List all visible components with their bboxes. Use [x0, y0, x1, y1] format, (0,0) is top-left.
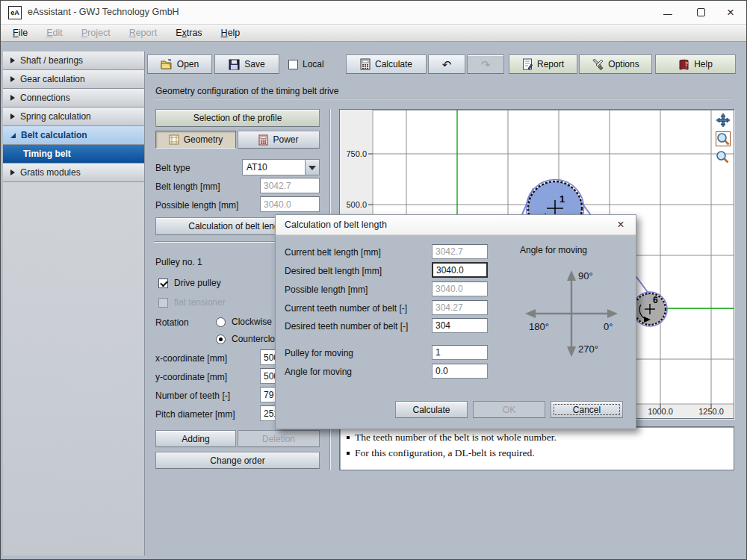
sidebar-item-gear-calculation[interactable]: Gear calculation [3, 70, 144, 89]
sidebar-item-label: Gear calculation [20, 74, 85, 84]
clockwise-row[interactable]: Clockwise [216, 317, 272, 327]
deletion-label: Deletion [262, 434, 295, 444]
sidebar-item-connections[interactable]: Connections [3, 89, 144, 108]
change-order-button[interactable]: Change order [155, 452, 320, 469]
current-teeth-number-label: Current teeth number of belt [-] [285, 303, 407, 314]
collapsed-triangle-icon [10, 95, 15, 101]
tab-geometry-label: Geometry [184, 134, 223, 145]
collapsed-triangle-icon [10, 57, 15, 63]
menu-edit[interactable]: Edit [46, 28, 63, 38]
tab-power[interactable]: Power [238, 131, 320, 149]
menu-project[interactable]: Project [81, 28, 111, 38]
drive-pulley-label: Drive pulley [174, 278, 221, 288]
minimize-icon [663, 14, 672, 15]
drive-pulley-row[interactable]: Drive pulley [158, 278, 221, 288]
sidebar-item-timing-belt[interactable]: Timing belt [3, 145, 144, 164]
belt-type-label: Belt type [155, 163, 190, 173]
report-icon [522, 58, 533, 70]
tab-geometry[interactable]: Geometry [155, 131, 236, 149]
dialog-ok-label: OK [503, 405, 515, 415]
adding-button[interactable]: Adding [155, 430, 236, 447]
expanded-triangle-icon [10, 133, 16, 138]
pulley-title: Pulley no. 1 [155, 257, 202, 267]
maximize-button[interactable] [691, 4, 710, 22]
plot-toolbar [716, 113, 732, 169]
clockwise-radio[interactable] [216, 317, 226, 327]
possible-length-label: Possible length [mm] [285, 284, 368, 295]
selection-of-profile-button[interactable]: Selection of the profile [155, 109, 320, 127]
pitch-diameter-label: Pitch diameter [mm] [155, 409, 235, 420]
dialog-close-button[interactable]: × [613, 218, 628, 231]
menu-bar: File Edit Project Report Extras Help [1, 25, 746, 42]
flat-tensioner-label: flat tensioner [174, 297, 226, 308]
zoom-out-tool-button[interactable] [716, 150, 731, 165]
compass-270-label: 270° [578, 343, 598, 355]
pan-tool-button[interactable] [716, 113, 731, 128]
pulley-6[interactable]: 6 [633, 292, 667, 326]
local-checkbox-row[interactable]: Local [288, 59, 324, 69]
pulley-6-label: 6 [653, 295, 658, 305]
x-coordinate-label: x-coordinate [mm] [155, 353, 227, 364]
open-button[interactable]: Open [147, 55, 212, 74]
sidebar-item-shaft-bearings[interactable]: Shaft / bearings [3, 52, 144, 70]
redo-button[interactable]: ↷ [467, 55, 504, 74]
menu-extras[interactable]: Extras [176, 28, 202, 38]
save-button[interactable]: Save [214, 55, 279, 74]
chevron-down-icon[interactable] [305, 160, 319, 175]
calculate-label: Calculate [375, 59, 412, 69]
current-teeth-number-field [432, 300, 488, 315]
minimize-button[interactable] [658, 4, 678, 22]
collapsed-triangle-icon [10, 76, 15, 82]
drive-pulley-checkbox[interactable] [158, 279, 168, 288]
svg-text:?: ? [685, 61, 688, 66]
save-label: Save [244, 59, 264, 69]
move-arrows-icon [716, 113, 731, 128]
report-button[interactable]: Report [509, 55, 577, 74]
menu-file[interactable]: File [13, 28, 28, 38]
sidebar-item-belt-calculation[interactable]: Belt calculation [3, 126, 144, 145]
counterclockwise-radio[interactable] [216, 335, 226, 344]
undo-button[interactable]: ↶ [428, 55, 465, 74]
zoom-in-magnifier-icon [716, 132, 730, 146]
adding-label: Adding [182, 434, 209, 444]
y-coordinate-label: y-coordinate [mm] [155, 372, 227, 382]
menu-help[interactable]: Help [221, 28, 241, 38]
current-belt-length-field [432, 244, 488, 259]
redo-icon: ↷ [481, 59, 491, 70]
rotation-label: Rotation [155, 317, 189, 328]
dialog-title: Calculation of belt length [285, 220, 387, 230]
sidebar-item-label: Connections [20, 93, 70, 103]
pulley-for-moving-label: Pulley for moving [285, 348, 353, 358]
report-label: Report [537, 59, 564, 69]
help-button[interactable]: ? Help [655, 55, 736, 74]
zoom-out-magnifier-icon [716, 150, 729, 164]
x-tick: 1250.0 [698, 407, 724, 416]
dialog-cancel-button[interactable]: Cancel [551, 401, 623, 418]
sidebar-item-label: Belt calculation [21, 130, 87, 140]
sidebar-item-label: Gratis modules [20, 167, 81, 178]
belt-type-dropdown[interactable]: AT10 [242, 159, 320, 175]
close-button[interactable]: × [721, 4, 740, 22]
belt-length-label: Belt length [mm] [155, 181, 220, 192]
pulley-for-moving-field[interactable] [432, 345, 488, 360]
angle-compass: 90° 180° 0° 270° [518, 252, 630, 357]
dialog-title-bar[interactable]: Calculation of belt length × [276, 215, 636, 235]
sidebar-item-spring-calculation[interactable]: Spring calculation [3, 108, 144, 126]
calculate-button[interactable]: Calculate [346, 55, 427, 74]
sidebar-item-gratis-modules[interactable]: Gratis modules [3, 164, 144, 182]
pulley-1-label: 1 [560, 193, 565, 205]
menu-report[interactable]: Report [129, 28, 158, 38]
compass-0-label: 0° [604, 321, 613, 332]
zoom-in-tool-button[interactable] [716, 131, 731, 146]
dialog-calculate-button[interactable]: Calculate [395, 401, 468, 418]
selection-of-profile-label: Selection of the profile [193, 113, 282, 123]
angle-for-moving-field[interactable] [432, 364, 488, 379]
help-label: Help [694, 59, 713, 69]
local-checkbox[interactable] [288, 60, 298, 69]
possible-length-label: Possible length [mm] [155, 200, 238, 211]
desired-teeth-number-field[interactable] [432, 318, 488, 333]
help-book-icon: ? [678, 59, 689, 70]
desired-belt-length-field[interactable] [432, 262, 488, 278]
options-button[interactable]: Options [579, 55, 652, 74]
collapsed-triangle-icon [10, 113, 15, 119]
